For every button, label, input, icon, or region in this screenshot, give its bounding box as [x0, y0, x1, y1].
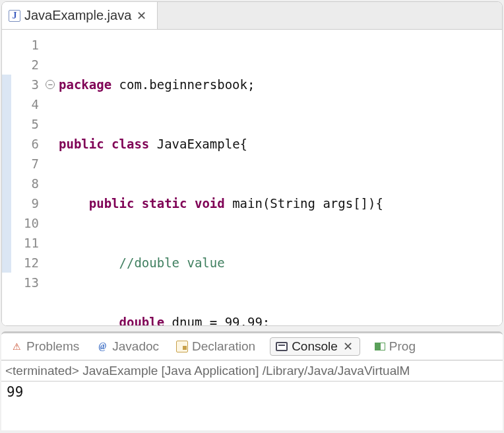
editor-tab-active[interactable]: J JavaExample.java ✕ [2, 2, 158, 29]
line-number: 2 [11, 55, 39, 75]
code-line: //double value [59, 253, 502, 273]
line-number: 3 [11, 75, 39, 94]
line-number: 6 [11, 134, 39, 154]
line-number: 7 [11, 154, 39, 174]
margin-column [2, 35, 11, 325]
code-line: double dnum = 99.99; [59, 312, 502, 325]
fold-toggle-icon[interactable]: − [46, 80, 55, 89]
line-number: 9 [11, 193, 39, 213]
line-number: 10 [11, 213, 39, 233]
line-number: 5 [11, 114, 39, 134]
line-number-gutter: 1 2 3 4 5 6 7 8 9 10 11 12 13 [11, 35, 44, 325]
javadoc-icon: @ [96, 341, 108, 352]
bottom-panel: ⚠ Problems @ Javadoc Declaration Console… [1, 331, 503, 430]
tab-javadoc[interactable]: @ Javadoc [94, 338, 162, 355]
tab-problems[interactable]: ⚠ Problems [8, 338, 82, 355]
line-number: 4 [11, 94, 39, 114]
progress-icon [375, 343, 385, 350]
fold-strip: − [44, 35, 56, 325]
console-icon [276, 342, 288, 351]
line-number: 8 [11, 174, 39, 193]
console-output: 99 [1, 381, 503, 403]
tab-console[interactable]: Console ✕ [270, 337, 360, 356]
source-text[interactable]: package com.beginnersbook; public class … [56, 35, 502, 325]
tab-filename: JavaExample.java [24, 8, 131, 23]
line-number: 12 [11, 253, 39, 273]
tab-declaration[interactable]: Declaration [173, 338, 258, 355]
problems-icon: ⚠ [11, 341, 22, 352]
close-icon[interactable]: ✕ [342, 339, 354, 354]
tab-progress[interactable]: Prog [372, 338, 418, 355]
code-line: package com.beginnersbook; [59, 75, 502, 94]
close-icon[interactable]: ✕ [135, 9, 148, 23]
line-number: 13 [11, 273, 39, 292]
line-number: 11 [11, 233, 39, 253]
declaration-icon [176, 341, 188, 352]
line-number: 1 [11, 35, 39, 55]
java-file-icon: J [9, 10, 20, 22]
editor-tab-bar: J JavaExample.java ✕ [2, 2, 502, 30]
console-header: <terminated> JavaExample [Java Applicati… [1, 360, 503, 381]
code-line: public static void main(String args[]){ [59, 193, 502, 213]
code-area[interactable]: 1 2 3 4 5 6 7 8 9 10 11 12 13 − package … [2, 30, 502, 325]
editor-panel: J JavaExample.java ✕ 1 2 3 4 5 6 7 8 9 1… [1, 1, 503, 326]
code-line: public class JavaExample{ [59, 134, 502, 154]
bottom-tab-bar: ⚠ Problems @ Javadoc Declaration Console… [1, 333, 503, 360]
